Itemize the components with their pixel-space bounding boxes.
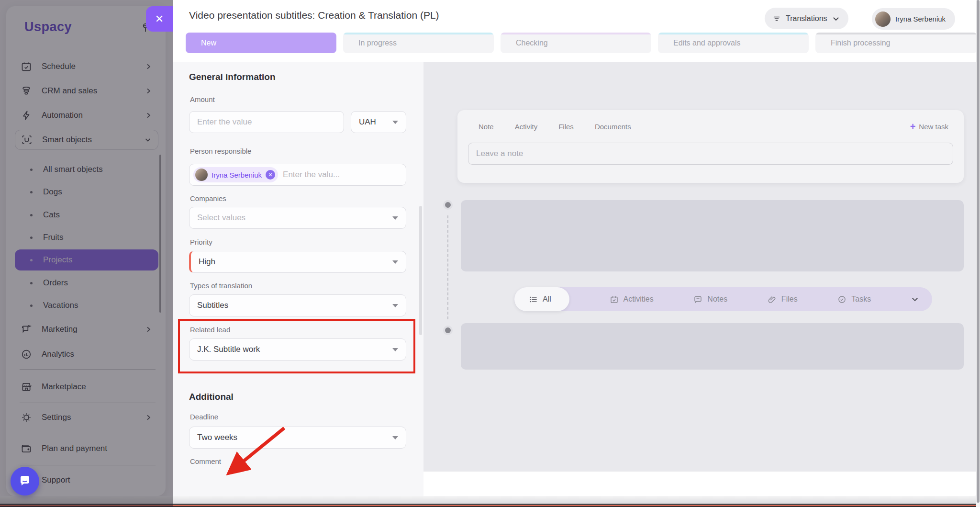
- amount-field[interactable]: [189, 111, 344, 133]
- close-icon: ✕: [155, 13, 164, 25]
- stage-accent: [343, 33, 494, 34]
- companies-label: Companies: [190, 194, 226, 203]
- timeline-dot: [443, 326, 453, 335]
- stage-in-progress[interactable]: In progress: [343, 33, 494, 53]
- deadline-value: Two weeks: [197, 433, 237, 442]
- translations-label: Translations: [786, 14, 827, 23]
- stage-accent: [815, 33, 977, 34]
- modal-header: Video presentation subtitles: Creation &…: [173, 0, 980, 62]
- plus-icon: +: [910, 122, 916, 131]
- scrollbar-thumb[interactable]: [977, 0, 980, 503]
- dropdown-caret-icon: [392, 304, 398, 307]
- paperclip-icon: [768, 295, 777, 304]
- stage-checking[interactable]: Checking: [501, 33, 651, 53]
- pipeline-stages: New In progress Checking Edits and appro…: [186, 33, 977, 53]
- timeline-item-placeholder: [461, 323, 964, 370]
- edit-form: General information Amount UAH Person re…: [173, 62, 423, 496]
- user-name: Iryna Serbeniuk: [895, 15, 946, 23]
- chevron-down-icon: [832, 15, 840, 23]
- amount-input[interactable]: [197, 117, 336, 127]
- priority-value: High: [199, 257, 215, 267]
- dropdown-caret-icon: [392, 260, 398, 264]
- chat-launcher-button[interactable]: [11, 467, 39, 496]
- message-icon: [693, 295, 702, 304]
- stage-label: New: [201, 39, 216, 47]
- deadline-select[interactable]: Two weeks: [189, 427, 406, 449]
- stage-accent: [501, 33, 651, 34]
- filter-label: Notes: [707, 295, 727, 304]
- stage-label: Checking: [516, 39, 548, 47]
- section-general-information: General information: [189, 72, 276, 82]
- types-value: Subtitles: [197, 301, 228, 310]
- person-chip-name: Iryna Serbeniuk: [212, 171, 262, 179]
- list-icon: [529, 295, 538, 304]
- stage-new[interactable]: New: [186, 33, 336, 53]
- close-modal-button[interactable]: ✕: [146, 6, 173, 32]
- record-modal: Video presentation subtitles: Creation &…: [173, 0, 980, 496]
- filter-files[interactable]: Files: [768, 295, 798, 304]
- companies-select[interactable]: Select values: [189, 207, 406, 229]
- filter-tasks[interactable]: Tasks: [837, 295, 871, 304]
- form-scrollbar[interactable]: [419, 206, 422, 335]
- avatar: [875, 11, 891, 27]
- filter-activities[interactable]: Activities: [610, 295, 654, 304]
- priority-label: Priority: [190, 238, 212, 246]
- stage-edits-approvals[interactable]: Edits and approvals: [658, 33, 809, 53]
- record-title: Video presentation subtitles: Creation &…: [189, 10, 439, 21]
- filter-lines-icon: [772, 14, 781, 23]
- note-input[interactable]: [476, 149, 945, 158]
- stage-label: In progress: [358, 39, 397, 47]
- window-scrollbar[interactable]: [976, 0, 980, 507]
- new-task-label: New task: [919, 123, 948, 131]
- timeline-line: [447, 215, 448, 319]
- types-of-translation-select[interactable]: Subtitles: [189, 294, 406, 316]
- chevron-down-icon[interactable]: [911, 295, 919, 303]
- person-chip[interactable]: Iryna Serbeniuk ✕: [193, 167, 278, 182]
- timeline-dot: [443, 200, 453, 210]
- note-composer-card: Note Activity Files Documents + New task: [457, 110, 964, 183]
- avatar: [195, 169, 208, 181]
- dropdown-caret-icon: [392, 121, 398, 124]
- priority-select[interactable]: High: [189, 251, 406, 273]
- stage-finish-processing[interactable]: Finish processing: [815, 33, 977, 53]
- remove-chip-icon[interactable]: ✕: [266, 170, 275, 180]
- new-task-button[interactable]: + New task: [910, 122, 948, 131]
- tab-activity[interactable]: Activity: [515, 123, 538, 131]
- check-circle-icon: [837, 295, 846, 304]
- calendar-icon: [610, 295, 619, 304]
- currency-value: UAH: [359, 117, 376, 127]
- dropdown-caret-icon: [392, 436, 398, 439]
- stage-accent: [658, 33, 809, 34]
- note-input-wrapper[interactable]: [468, 143, 953, 165]
- stage-label: Edits and approvals: [673, 39, 741, 47]
- stage-label: Finish processing: [831, 39, 891, 47]
- person-responsible-label: Person responsible: [190, 147, 251, 155]
- timeline-item-placeholder: [461, 200, 964, 271]
- filter-label: Tasks: [851, 295, 871, 304]
- tab-documents[interactable]: Documents: [595, 123, 631, 131]
- annotation-highlight-box: [178, 319, 415, 373]
- filter-all[interactable]: All: [514, 287, 569, 311]
- chat-bubble-icon: [18, 474, 32, 488]
- person-responsible-field[interactable]: Iryna Serbeniuk ✕: [189, 164, 406, 186]
- tab-files[interactable]: Files: [558, 123, 574, 131]
- dropdown-caret-icon: [392, 216, 398, 220]
- companies-placeholder: Select values: [197, 213, 245, 223]
- filter-label: All: [543, 295, 551, 304]
- record-activity-panel: Note Activity Files Documents + New task: [423, 62, 980, 472]
- timeline-filterbar: All Activities Notes Files: [514, 287, 932, 311]
- user-menu[interactable]: Iryna Serbeniuk: [872, 8, 955, 30]
- filter-label: Files: [781, 295, 798, 304]
- amount-label: Amount: [190, 95, 215, 103]
- filter-notes[interactable]: Notes: [693, 295, 727, 304]
- deadline-label: Deadline: [190, 413, 218, 421]
- person-input[interactable]: [283, 170, 398, 180]
- currency-select[interactable]: UAH: [351, 111, 406, 133]
- filter-label: Activities: [624, 295, 654, 304]
- tab-note[interactable]: Note: [479, 123, 494, 131]
- comment-label: Comment: [190, 457, 221, 465]
- modal-backdrop[interactable]: [0, 0, 173, 507]
- translations-dropdown[interactable]: Translations: [765, 8, 848, 29]
- section-additional: Additional: [189, 392, 234, 402]
- composer-tabs: Note Activity Files Documents: [479, 123, 631, 131]
